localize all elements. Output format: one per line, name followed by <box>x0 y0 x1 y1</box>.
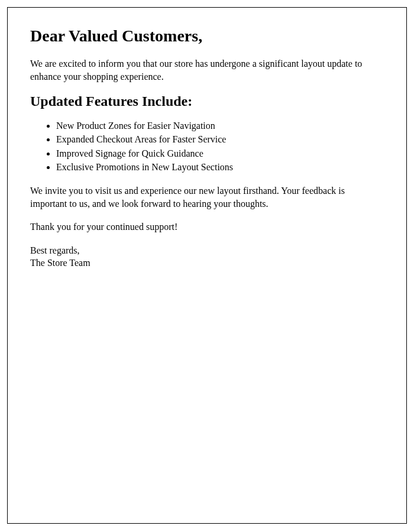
letter-page: Dear Valued Customers, We are excited to… <box>7 7 407 524</box>
invite-paragraph: We invite you to visit us and experience… <box>30 184 384 210</box>
intro-paragraph: We are excited to inform you that our st… <box>30 57 384 83</box>
greeting-heading: Dear Valued Customers, <box>30 27 384 46</box>
list-item: New Product Zones for Easier Navigation <box>56 119 384 132</box>
closing-line: Best regards, <box>30 244 384 257</box>
list-item: Exclusive Promotions in New Layout Secti… <box>56 160 384 174</box>
features-list: New Product Zones for Easier Navigation … <box>56 119 384 174</box>
signature-line: The Store Team <box>30 257 384 270</box>
thanks-paragraph: Thank you for your continued support! <box>30 220 384 233</box>
list-item: Expanded Checkout Areas for Faster Servi… <box>56 132 384 146</box>
signoff-block: Best regards, The Store Team <box>30 244 384 270</box>
list-item: Improved Signage for Quick Guidance <box>56 147 384 160</box>
features-heading: Updated Features Include: <box>30 93 384 109</box>
